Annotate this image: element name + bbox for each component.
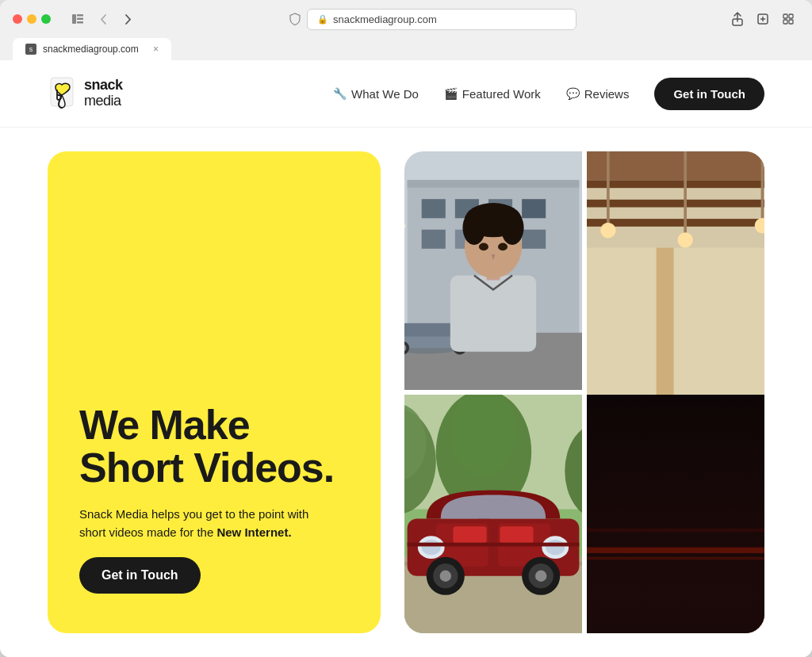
browser-nav-buttons [67,8,140,30]
svg-point-48 [677,232,692,247]
back-button[interactable] [92,8,114,30]
svg-rect-9 [789,20,793,24]
nav-what-we-do[interactable]: 🔧 What We Do [333,87,419,101]
minimize-traffic-light[interactable] [27,14,36,24]
svg-rect-103 [408,543,580,547]
svg-point-100 [535,571,546,582]
nav-what-we-do-label: What We Do [351,87,419,101]
svg-rect-17 [522,199,546,218]
hero-image-dark [587,395,764,633]
logo-icon [48,76,78,111]
svg-rect-0 [72,14,76,24]
svg-rect-108 [587,395,764,633]
nav-featured-work[interactable]: 🎬 Featured Work [444,87,541,101]
svg-point-97 [440,571,451,582]
tools-icon: 🔧 [333,87,347,100]
share-button[interactable] [726,8,749,30]
logo-text: snack media [84,78,123,109]
svg-rect-7 [789,14,793,18]
chat-icon: 💬 [566,87,580,100]
browser-actions [726,8,799,30]
tab-title: snackmediagroup.com [43,44,147,55]
svg-rect-13 [408,180,580,188]
website-content: snack media 🔧 What We Do 🎬 Featured Work… [0,60,812,657]
svg-rect-18 [422,230,446,249]
security-icon [289,13,301,25]
film-icon: 🎬 [444,87,458,100]
hero-image-car [404,395,582,633]
browser-controls: 🔒 snackmediagroup.com [13,8,799,30]
hero-image-grid [404,151,764,633]
browser-window: 🔒 snackmediagroup.com [0,0,812,657]
nav-cta-button[interactable]: Get in Touch [654,78,764,110]
hero-cta-button[interactable]: Get in Touch [79,557,201,594]
svg-rect-21 [522,230,546,249]
browser-tab-bar: s snackmediagroup.com × [13,38,799,60]
hero-headline: We Make Short Videos. [79,403,349,490]
hero-left-card: We Make Short Videos. Snack Media helps … [48,151,381,633]
svg-rect-101 [453,526,486,544]
sidebar-toggle-button[interactable] [67,8,89,30]
svg-rect-43 [587,200,764,208]
new-tab-button[interactable] [752,8,774,30]
grid-button[interactable] [777,8,799,30]
nav-featured-work-label: Featured Work [462,87,541,101]
logo-snack: snack [84,78,123,94]
address-bar[interactable]: 🔒 snackmediagroup.com [307,9,576,30]
svg-point-36 [479,243,488,251]
nav-reviews-label: Reviews [584,87,630,101]
svg-rect-14 [422,199,446,218]
svg-point-94 [546,540,565,555]
nav-reviews[interactable]: 💬 Reviews [566,87,630,101]
svg-rect-2 [77,18,83,21]
svg-rect-8 [783,20,787,24]
site-logo: snack media [48,76,123,111]
svg-rect-41 [587,151,764,180]
forward-button[interactable] [117,8,140,30]
browser-chrome: 🔒 snackmediagroup.com [0,0,812,60]
svg-rect-3 [77,21,83,24]
site-header: snack media 🔧 What We Do 🎬 Featured Work… [0,60,812,128]
svg-point-46 [600,223,615,238]
svg-rect-102 [500,526,533,544]
site-nav: 🔧 What We Do 🎬 Featured Work 💬 Reviews G… [333,78,764,110]
tab-close-button[interactable]: × [153,44,159,55]
traffic-lights [13,14,51,24]
url-text: snackmediagroup.com [333,13,437,25]
close-traffic-light[interactable] [13,14,22,24]
logo-media: media [84,94,123,109]
maximize-traffic-light[interactable] [41,14,51,24]
svg-point-35 [501,211,524,245]
svg-rect-42 [587,180,764,188]
svg-point-34 [462,211,485,245]
lock-icon: 🔒 [317,14,328,25]
hero-image-person [404,151,582,390]
svg-rect-1 [77,14,83,17]
svg-point-37 [498,243,508,251]
hero-section: We Make Short Videos. Snack Media helps … [0,128,812,657]
svg-rect-6 [783,14,787,18]
hero-description: Snack Media helps you get to the point w… [79,506,317,541]
browser-tab-active[interactable]: s snackmediagroup.com × [13,38,171,60]
tab-favicon: s [25,44,36,55]
address-bar-container: 🔒 snackmediagroup.com [146,9,720,30]
svg-point-92 [422,540,441,555]
svg-rect-30 [450,276,536,352]
hero-description-bold: New Internet. [216,525,291,539]
